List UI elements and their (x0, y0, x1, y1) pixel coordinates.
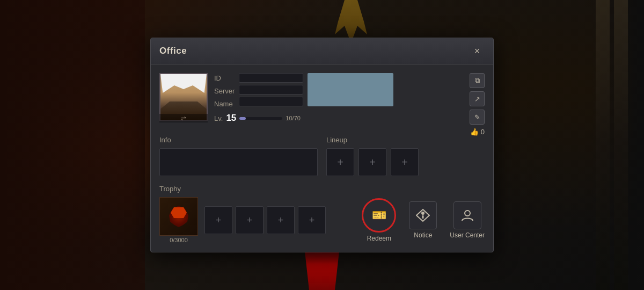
trophy-icon (165, 203, 192, 230)
lineup-label: Lineup (326, 136, 485, 144)
office-dialog: Office × ⇌ ID Server (150, 38, 494, 252)
user-center-icon (460, 208, 474, 222)
xp-bar-fill (239, 117, 246, 120)
user-center-button[interactable]: User Center (450, 201, 485, 239)
svg-point-1 (421, 212, 425, 215)
info-textarea (159, 148, 318, 176)
level-row: Lv. 15 10/70 (214, 113, 463, 124)
notice-icon (416, 208, 430, 222)
info-section: Info (159, 136, 318, 176)
bg-columns (596, 0, 628, 290)
user-center-label: User Center (450, 231, 485, 239)
profile-center: ID Server Name Lv. 15 (214, 73, 463, 124)
info-grid: ID Server Name (214, 73, 463, 110)
redacted-image (308, 73, 393, 106)
id-field (239, 73, 303, 83)
trophy-add-3[interactable]: + (267, 206, 295, 234)
info-label: Info (159, 136, 318, 144)
trophy-add-slots: + + + + (204, 206, 326, 234)
like-count: 0 (481, 128, 485, 136)
trophy-and-actions: 0/3000 + + + + 🎫 Redeem (159, 197, 485, 243)
svg-rect-2 (422, 215, 424, 219)
id-label: ID (214, 73, 235, 84)
user-center-icon-wrap (453, 201, 481, 229)
profile-icons: ⧉ ↗ ✎ 👍 0 (470, 73, 485, 136)
dialog-body: ⇌ ID Server Name (151, 64, 493, 252)
lineup-slots: + + + (326, 148, 485, 176)
notice-icon-wrap (409, 201, 437, 229)
server-field (239, 85, 303, 95)
trophy-item: 0/3000 (159, 197, 198, 243)
field-labels: ID Server Name (214, 73, 235, 110)
trophy-label: Trophy (159, 185, 485, 193)
trophy-add-1[interactable]: + (204, 206, 232, 234)
redeem-icon-wrap: 🎫 (362, 198, 396, 233)
lv-label: Lv. (214, 114, 223, 122)
name-field (239, 97, 303, 106)
lineup-slot-1[interactable]: + (326, 148, 354, 176)
level-number: 15 (226, 113, 236, 124)
ticket-icon: 🎫 (372, 208, 386, 222)
notice-button[interactable]: Notice (409, 201, 437, 239)
dialog-header: Office × (151, 38, 493, 64)
xp-text: 10/70 (286, 115, 301, 121)
copy-button[interactable]: ⧉ (470, 73, 485, 88)
redeem-label: Redeem (367, 235, 391, 242)
like-area: 👍 0 (470, 128, 485, 136)
trophy-count: 0/3000 (159, 237, 198, 243)
profile-section: ⇌ ID Server Name (159, 73, 485, 136)
trophy-image (159, 197, 198, 236)
server-label: Server (214, 86, 235, 97)
trophy-section: Trophy 0/3000 + + + + (159, 185, 485, 243)
field-values (239, 73, 303, 106)
lineup-slot-3[interactable]: + (391, 148, 419, 176)
lineup-section: Lineup + + + (326, 136, 485, 176)
avatar-arrow[interactable]: ⇌ (159, 114, 208, 122)
edit-button[interactable]: ✎ (470, 110, 485, 125)
trophy-add-4[interactable]: + (298, 206, 326, 234)
lineup-slot-2[interactable]: + (358, 148, 386, 176)
redeem-button[interactable]: 🎫 Redeem (362, 198, 396, 242)
xp-bar-bg (239, 117, 282, 120)
share-button[interactable]: ↗ (470, 91, 485, 106)
avatar-wrap: ⇌ (159, 73, 208, 121)
name-label: Name (214, 99, 235, 110)
dialog-title: Office (159, 46, 187, 56)
sections-row: Info Lineup + + + (159, 136, 485, 176)
bg-left (0, 0, 145, 290)
like-icon: 👍 (470, 128, 479, 136)
close-button[interactable]: × (470, 44, 485, 59)
trophy-add-2[interactable]: + (236, 206, 264, 234)
actions-row: 🎫 Redeem Notice (362, 198, 485, 242)
svg-point-3 (465, 211, 470, 216)
notice-label: Notice (414, 231, 432, 239)
